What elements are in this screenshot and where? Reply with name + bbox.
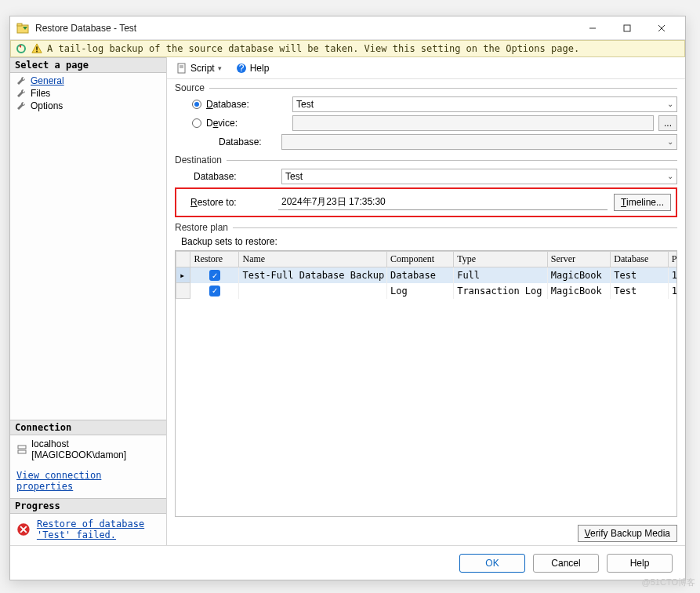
svg-rect-8 bbox=[36, 51, 38, 53]
page-item-options[interactable]: Options bbox=[10, 100, 166, 112]
svg-rect-9 bbox=[18, 446, 26, 449]
cancel-button[interactable]: Cancel bbox=[533, 554, 599, 573]
maximize-button[interactable] bbox=[610, 17, 644, 39]
error-icon bbox=[16, 518, 31, 540]
svg-rect-10 bbox=[18, 450, 26, 453]
script-button[interactable]: Script ▾ bbox=[173, 61, 225, 75]
chevron-down-icon: ▾ bbox=[218, 64, 222, 72]
destination-group: Destination Database: Test⌄ Restore to: … bbox=[175, 155, 677, 217]
page-item-label: Files bbox=[31, 88, 50, 99]
col-server[interactable]: Server bbox=[547, 252, 611, 267]
svg-rect-14 bbox=[178, 64, 185, 73]
cell-database: Test bbox=[611, 267, 669, 283]
restore-database-dialog: Restore Database - Test A tail-log backu… bbox=[9, 16, 686, 580]
notice-bar: A tail-log backup of the source database… bbox=[10, 40, 685, 57]
table-row[interactable]: ▸ ✓ Test-Full Database Backup Database F… bbox=[176, 267, 678, 283]
col-component[interactable]: Component bbox=[387, 252, 454, 267]
destination-group-label: Destination bbox=[175, 155, 222, 166]
connection-header: Connection bbox=[10, 420, 166, 435]
row-header[interactable]: ▸ bbox=[176, 267, 190, 283]
ok-button[interactable]: OK bbox=[459, 554, 525, 573]
cell-server: MagicBook bbox=[547, 267, 611, 283]
source-database-value: Test bbox=[296, 99, 314, 110]
help-button[interactable]: Help bbox=[607, 554, 673, 573]
wrench-icon bbox=[16, 89, 26, 98]
restore-to-label: Restore to: bbox=[181, 197, 272, 208]
browse-button[interactable]: ... bbox=[658, 115, 677, 131]
source-subdatabase-label: Database: bbox=[175, 136, 277, 147]
cell-position: 1 bbox=[668, 267, 677, 283]
col-database[interactable]: Database bbox=[611, 252, 669, 267]
col-position[interactable]: Position bbox=[668, 252, 677, 267]
left-panel: Select a page General Files Options Conn… bbox=[10, 57, 167, 545]
server-icon bbox=[16, 444, 27, 455]
source-database-label: DDatabase:atabase: bbox=[206, 99, 288, 110]
page-item-label: Options bbox=[31, 100, 63, 111]
cell-name bbox=[239, 283, 387, 299]
svg-text:?: ? bbox=[238, 63, 244, 74]
table-row[interactable]: ✓ Log Transaction Log MagicBook Test 1 3… bbox=[176, 283, 678, 299]
page-item-general[interactable]: General bbox=[10, 75, 166, 87]
cell-component: Database bbox=[387, 267, 454, 283]
timeline-button[interactable]: Timeline... bbox=[614, 194, 671, 211]
help-icon: ? bbox=[236, 63, 247, 74]
destination-database-value: Test bbox=[285, 171, 303, 182]
progress-header: Progress bbox=[10, 498, 166, 514]
browse-label: ... bbox=[664, 118, 672, 129]
page-list: General Files Options bbox=[10, 73, 166, 114]
verify-backup-button[interactable]: Verify Backup Media bbox=[578, 525, 677, 542]
page-item-files[interactable]: Files bbox=[10, 87, 166, 100]
restore-icon bbox=[16, 22, 29, 35]
connection-value: localhost [MAGICBOOK\damon] bbox=[31, 438, 160, 460]
help-label: Help bbox=[250, 63, 270, 74]
script-label: Script bbox=[190, 63, 215, 74]
col-name[interactable]: Name bbox=[239, 252, 387, 267]
destination-database-combo[interactable]: Test⌄ bbox=[281, 169, 677, 184]
source-group: Source DDatabase:atabase: Test⌄ Device: … bbox=[175, 82, 677, 150]
connection-info: localhost [MAGICBOOK\damon] bbox=[16, 438, 160, 460]
titlebar: Restore Database - Test bbox=[10, 16, 685, 40]
cell-server: MagicBook bbox=[547, 283, 611, 299]
restore-checkbox[interactable]: ✓ bbox=[209, 286, 220, 296]
chevron-down-icon: ⌄ bbox=[667, 137, 673, 146]
radio-device[interactable] bbox=[192, 118, 201, 128]
radio-database[interactable] bbox=[192, 100, 201, 109]
source-device-input bbox=[292, 115, 654, 131]
watermark: @51CTO博客 bbox=[642, 577, 695, 588]
cell-type: Full bbox=[454, 267, 548, 283]
svg-rect-3 bbox=[624, 25, 630, 31]
dialog-footer: OK Cancel Help bbox=[10, 545, 685, 580]
source-database-combo[interactable]: Test⌄ bbox=[292, 96, 677, 112]
restore-to-highlight: Restore to: 2024年7月23日 17:35:30 Timeline… bbox=[175, 187, 677, 217]
col-restore[interactable]: Restore bbox=[190, 252, 239, 267]
wrench-icon bbox=[16, 101, 26, 111]
progress-message[interactable]: Restore of database 'Test' failed. bbox=[37, 518, 160, 540]
cell-component: Log bbox=[387, 283, 454, 299]
restore-checkbox[interactable]: ✓ bbox=[209, 270, 220, 281]
source-subdatabase-combo: ⌄ bbox=[281, 134, 677, 150]
source-group-label: Source bbox=[175, 82, 205, 93]
view-connection-link[interactable]: View connection properties bbox=[16, 470, 160, 492]
row-header[interactable] bbox=[176, 283, 190, 299]
restore-to-input[interactable]: 2024年7月23日 17:35:30 bbox=[278, 195, 608, 210]
cell-name: Test-Full Database Backup bbox=[239, 267, 387, 283]
minimize-button[interactable] bbox=[575, 17, 610, 39]
row-header-col bbox=[176, 252, 190, 267]
wrench-icon bbox=[16, 76, 26, 85]
notice-text: A tail-log backup of the source database… bbox=[47, 43, 579, 54]
svg-rect-7 bbox=[36, 46, 38, 49]
cell-position: 1 bbox=[668, 283, 677, 299]
destination-database-label: Database: bbox=[175, 171, 277, 182]
close-button[interactable] bbox=[644, 17, 679, 39]
backup-sets-grid[interactable]: Restore Name Component Type Server Datab… bbox=[175, 250, 677, 517]
restore-plan-group: Restore plan Backup sets to restore: Res… bbox=[175, 222, 677, 517]
cell-type: Transaction Log bbox=[454, 283, 548, 299]
select-page-header: Select a page bbox=[10, 57, 166, 73]
restore-to-value: 2024年7月23日 17:35:30 bbox=[281, 195, 386, 209]
toolbar: Script ▾ ? Help bbox=[167, 57, 685, 79]
page-item-label: General bbox=[31, 75, 64, 86]
help-button[interactable]: ? Help bbox=[233, 61, 273, 75]
source-device-label: Device: bbox=[206, 118, 288, 129]
chevron-down-icon: ⌄ bbox=[667, 100, 673, 108]
col-type[interactable]: Type bbox=[454, 252, 548, 267]
